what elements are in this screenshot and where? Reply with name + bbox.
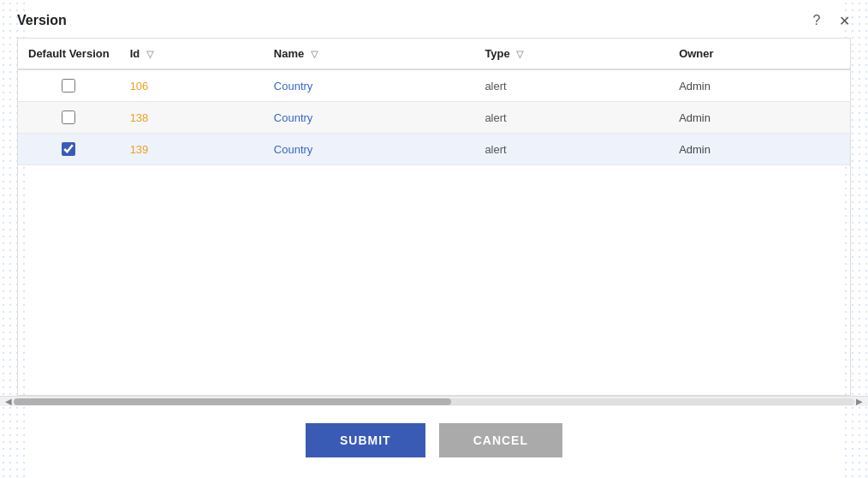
dialog-title: Version — [17, 13, 67, 28]
row-checkbox[interactable] — [62, 79, 75, 93]
row-checkbox[interactable] — [62, 111, 75, 124]
table-container: Default Version Id ▽ Name ▽ Type ▽ — [17, 38, 851, 396]
table-row: 138CountryalertAdmin — [18, 102, 850, 134]
checkbox-cell — [18, 102, 120, 134]
col-type: Type ▽ — [474, 39, 669, 69]
type-cell: alert — [474, 69, 669, 102]
id-cell: 139 — [120, 134, 264, 165]
cancel-button[interactable]: CANCEL — [439, 423, 562, 457]
id-cell: 106 — [120, 69, 264, 102]
col-name: Name ▽ — [264, 39, 475, 69]
owner-cell: Admin — [669, 134, 850, 165]
table-row: 106CountryalertAdmin — [18, 69, 850, 102]
id-filter-icon[interactable]: ▽ — [146, 49, 153, 60]
table-header-row: Default Version Id ▽ Name ▽ Type ▽ — [18, 39, 850, 69]
col-owner: Owner — [669, 39, 850, 69]
id-cell: 138 — [120, 102, 264, 134]
help-button[interactable]: ? — [806, 10, 827, 31]
scroll-left-arrow[interactable]: ◀ — [3, 397, 14, 406]
scrollbar-track[interactable] — [14, 398, 854, 405]
checkbox-cell — [18, 69, 120, 102]
name-cell: Country — [264, 102, 475, 134]
name-cell: Country — [264, 69, 475, 102]
type-cell: alert — [474, 134, 669, 165]
scroll-right-arrow[interactable]: ▶ — [854, 397, 865, 406]
type-cell: alert — [474, 102, 669, 134]
table-body: 106CountryalertAdmin138CountryalertAdmin… — [18, 69, 850, 165]
footer-buttons: SUBMIT CANCEL — [0, 406, 868, 478]
version-table: Default Version Id ▽ Name ▽ Type ▽ — [18, 39, 850, 165]
table-row: 139CountryalertAdmin — [18, 134, 850, 165]
owner-cell: Admin — [669, 69, 850, 102]
owner-cell: Admin — [669, 102, 850, 134]
row-checkbox[interactable] — [62, 142, 75, 156]
close-icon: ✕ — [839, 13, 850, 29]
type-filter-icon[interactable]: ▽ — [516, 49, 523, 60]
version-dialog: Version ? ✕ Default Version Id ▽ — [0, 0, 868, 478]
name-cell: Country — [264, 134, 475, 165]
col-id: Id ▽ — [120, 39, 264, 69]
dialog-header: Version ? ✕ — [0, 0, 868, 38]
name-filter-icon[interactable]: ▽ — [311, 49, 318, 60]
horizontal-scrollbar: ◀ ▶ — [0, 396, 868, 406]
checkbox-cell — [18, 134, 120, 165]
close-button[interactable]: ✕ — [834, 10, 854, 31]
header-icons: ? ✕ — [806, 10, 854, 31]
submit-button[interactable]: SUBMIT — [306, 423, 425, 457]
help-icon: ? — [813, 13, 821, 28]
col-default-version: Default Version — [18, 39, 120, 69]
scrollbar-thumb — [14, 398, 451, 405]
